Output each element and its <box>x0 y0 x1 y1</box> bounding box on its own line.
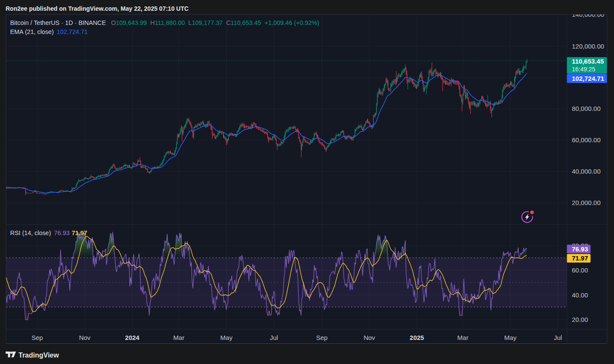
svg-text:Sep: Sep <box>316 334 328 341</box>
svg-text:20,000.00: 20,000.00 <box>572 199 601 206</box>
svg-text:40,000.00: 40,000.00 <box>572 168 601 175</box>
svg-text:76.93: 76.93 <box>572 245 588 253</box>
svg-text:2024: 2024 <box>125 334 140 341</box>
svg-text:Ron2ee published on TradingVie: Ron2ee published on TradingView.com, May… <box>6 5 189 12</box>
svg-text:110,653.45: 110,653.45 <box>572 58 604 65</box>
svg-text:120,000.00: 120,000.00 <box>572 43 604 50</box>
svg-text:Nov: Nov <box>79 334 91 341</box>
svg-text:May: May <box>504 334 517 341</box>
svg-text:71.97: 71.97 <box>572 254 588 262</box>
svg-text:60,000.00: 60,000.00 <box>572 136 601 144</box>
svg-text:Bitcoin / TetherUS · 1D · BINA: Bitcoin / TetherUS · 1D · BINANCE O109,6… <box>10 19 319 26</box>
svg-text:TradingView: TradingView <box>18 352 59 359</box>
svg-text:EMA (21, close) 102,724.71: EMA (21, close) 102,724.71 <box>10 28 88 35</box>
svg-text:Mar: Mar <box>173 334 184 341</box>
svg-text:102,724.71: 102,724.71 <box>572 75 604 82</box>
svg-text:May: May <box>220 334 233 341</box>
svg-text:60.00: 60.00 <box>572 266 588 274</box>
svg-text:RSI (14, close) 76.9371.97: RSI (14, close) 76.9371.97 <box>10 229 87 236</box>
svg-text:Jul: Jul <box>554 334 562 341</box>
svg-text:Nov: Nov <box>364 334 375 341</box>
svg-text:80,000.00: 80,000.00 <box>572 105 601 112</box>
svg-text:2025: 2025 <box>410 334 424 341</box>
svg-text:Jul: Jul <box>270 334 278 341</box>
svg-text:20.00: 20.00 <box>572 316 588 323</box>
svg-text:Sep: Sep <box>31 334 43 341</box>
svg-text:Mar: Mar <box>457 334 469 341</box>
svg-text:40.00: 40.00 <box>572 291 588 299</box>
svg-text:16:49:25: 16:49:25 <box>572 66 596 73</box>
